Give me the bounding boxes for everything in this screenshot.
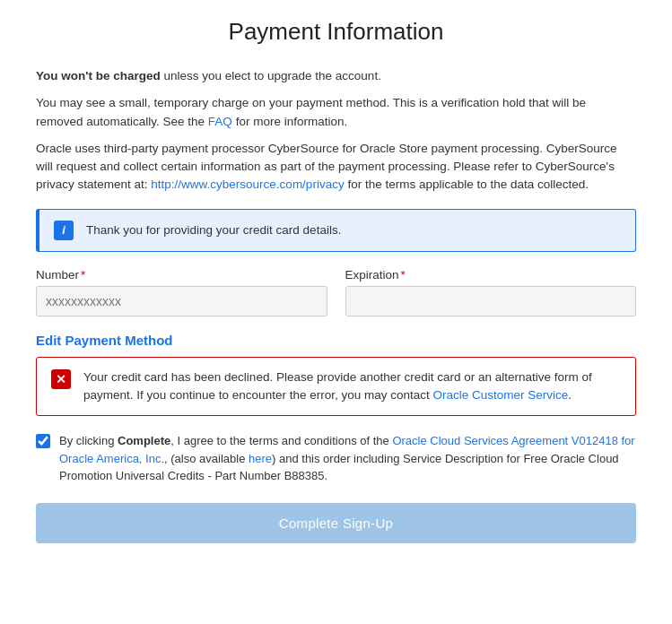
agreement-bold: Complete [118,434,170,447]
payment-form-row: Number* Expiration* [36,268,636,316]
error-message-end: . [568,388,572,402]
agreement-here-link[interactable]: here [249,452,272,465]
faq-link[interactable]: FAQ [208,115,232,128]
expiration-input[interactable] [345,286,637,316]
intro-text5: for the terms applicable to the data col… [345,178,589,191]
number-label: Number* [36,268,327,282]
agreement-text-mid2: , (also available [164,452,249,465]
complete-signup-button[interactable]: Complete Sign-Up [36,503,636,543]
info-icon: i [54,221,74,240]
oracle-customer-service-link[interactable]: Oracle Customer Service [432,388,568,402]
agreement-text-mid1: , I agree to the terms and conditions of… [170,434,392,447]
number-input[interactable] [36,286,327,316]
agreement-text-pre: By clicking [59,434,118,447]
agreement-label: By clicking Complete, I agree to the ter… [59,432,636,485]
agreement-checkbox[interactable] [36,434,50,448]
info-box-message: Thank you for providing your credit card… [86,223,341,237]
error-box: ✕ Your credit card has been declined. Pl… [36,357,636,417]
intro-paragraph-1: You won't be charged unless you elect to… [36,67,636,85]
agreement-row: By clicking Complete, I agree to the ter… [36,432,636,485]
number-field-group: Number* [36,268,327,316]
cybersource-link[interactable]: http://www.cybersource.com/privacy [151,178,344,191]
number-required: * [81,268,85,282]
expiration-label: Expiration* [345,268,637,282]
expiration-required: * [401,268,406,282]
intro-text3: for more information. [232,115,347,128]
intro-text1: unless you elect to upgrade the account. [161,69,381,82]
intro-bold: You won't be charged [36,69,161,82]
error-icon: ✕ [51,369,71,389]
page-title: Payment Information [36,18,636,46]
intro-paragraph-2: You may see a small, temporary charge on… [36,94,636,131]
edit-payment-header: Edit Payment Method [36,333,636,348]
error-text: Your credit card has been declined. Plea… [83,368,621,405]
expiration-field-group: Expiration* [345,268,637,316]
info-box: i Thank you for providing your credit ca… [36,209,636,252]
intro-paragraph-3: Oracle uses third-party payment processo… [36,140,636,195]
